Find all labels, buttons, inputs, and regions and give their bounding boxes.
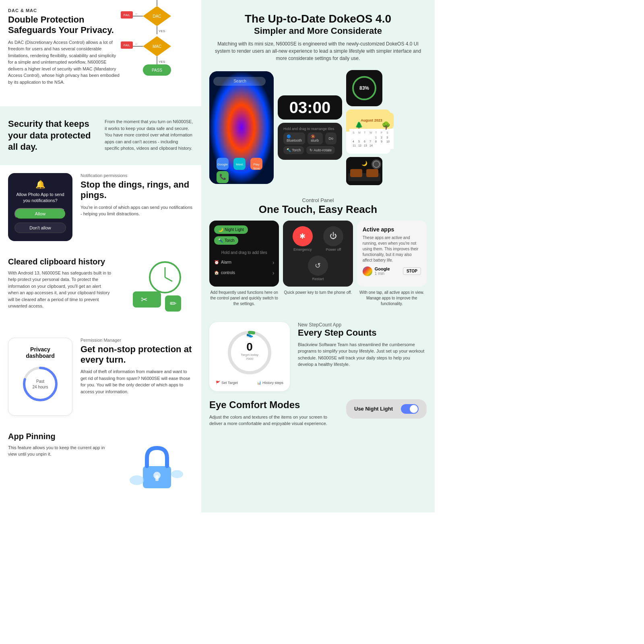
svg-text:8: 8	[375, 140, 377, 143]
stepcount-desc: Blackview Software Team has streamlined …	[298, 341, 427, 368]
cp-label: Control Panel	[209, 197, 427, 203]
flowchart: File Access DAC FAIL ← YES MA	[121, 0, 189, 106]
svg-text:T: T	[364, 131, 366, 134]
stop-button[interactable]: STOP	[403, 267, 421, 275]
clipboard-icon-area: ✂ ✏	[121, 257, 193, 322]
clipboard-section: Cleared clipboard history With Android 1…	[0, 249, 201, 330]
nightlight-switch[interactable]	[401, 404, 419, 414]
moon-icon: 🌙	[218, 227, 223, 232]
svg-text:👟: 👟	[246, 331, 254, 338]
security-desc: From the moment that you turn on N6000SE…	[105, 118, 193, 153]
controls-tile[interactable]: 🏠 controls ›	[214, 268, 274, 278]
cp-desc-2: Quick power key to turn the phone off.	[283, 290, 353, 307]
bluetooth-tile[interactable]: 🔵 Bluetooth	[283, 132, 305, 144]
svg-text:10: 10	[386, 140, 390, 143]
svg-text:YES: YES	[159, 60, 165, 64]
svg-text:←: ←	[135, 42, 138, 46]
svg-text:12: 12	[358, 144, 361, 147]
eyecomfort-section: Eye Comfort Modes Adjust the colors and …	[201, 395, 435, 435]
svg-text:Past: Past	[36, 379, 44, 384]
history-steps-btn[interactable]: 📊 History steps	[257, 381, 283, 385]
step-circle: 0 Target today 7000 👟	[225, 328, 274, 377]
emergency-label: Emergency	[293, 248, 312, 252]
app-name: Google	[375, 266, 390, 271]
privacy-big-title: Get non-stop protection at every turn.	[80, 344, 193, 365]
privacy-section: Privacy dashboard Past 24 hours Permissi…	[0, 330, 201, 424]
active-apps-desc: These apps are active and running, even …	[363, 235, 421, 263]
eyecomfort-desc: Adjust the colors and textures of the it…	[209, 414, 338, 427]
alarm-chevron: ›	[272, 259, 275, 266]
svg-text:S: S	[353, 131, 355, 134]
permission-manager-label: Permission Manager	[80, 338, 193, 343]
security-title: Security that keeps your data protected …	[8, 118, 97, 153]
clipboard-desc: With Android 13, N6000SE has safeguards …	[8, 270, 113, 310]
clipboard-title: Cleared clipboard history	[8, 257, 113, 266]
flag-icon: 🚩	[216, 381, 220, 385]
svg-text:FAIL: FAIL	[124, 13, 130, 17]
disturb-tile[interactable]: 🔕 sturb	[308, 132, 323, 144]
alarm-tile[interactable]: ⏰ Alarm ›	[214, 257, 274, 268]
dont-allow-button[interactable]: Don't allow	[14, 223, 66, 233]
torch-icon: 🔦	[218, 238, 223, 243]
svg-text:T: T	[375, 131, 377, 134]
hold-drag-label: Hold and drag to rearrange tiles	[283, 127, 336, 131]
set-target-btn[interactable]: 🚩 Set Target	[216, 381, 238, 385]
torch-tile-cp[interactable]: 🔦 Torch	[214, 236, 238, 245]
svg-text:←: ←	[135, 12, 138, 16]
apppin-title: App Pinning	[8, 432, 113, 441]
active-apps-title: Active apps	[363, 226, 421, 233]
calendar-widget: August 2023 S M T W T F S 1 2 3	[346, 109, 390, 154]
power-grid: ✱ Emergency ⏻ Power off	[289, 226, 347, 252]
restart-button[interactable]: ↺	[308, 256, 328, 276]
controls-chevron: ›	[272, 270, 275, 276]
notification-mockup: 🔔 Allow Photo App to send you notificati…	[8, 173, 72, 241]
notification-label: Notification permissions	[80, 173, 193, 178]
cp-grid: 🌙 Night Light 🔦 Torch Hold and drag to a…	[209, 221, 427, 287]
quick-settings-tiles: 🌙 Night Light 🔦 Torch	[214, 225, 274, 245]
svg-text:4: 4	[353, 140, 354, 143]
svg-text:3: 3	[386, 136, 388, 139]
svg-rect-72	[350, 169, 362, 177]
google-icon	[363, 266, 372, 276]
cp-title: One Touch, Easy Reach	[209, 203, 427, 216]
svg-text:M: M	[358, 131, 361, 134]
svg-text:2: 2	[381, 136, 382, 139]
autorotate-tile[interactable]: ↻ Auto-rotate	[306, 146, 335, 154]
emergency-btn-area: ✱ Emergency	[289, 226, 316, 252]
svg-text:0: 0	[246, 341, 253, 353]
page: File Access DAC FAIL ← YES MA	[0, 0, 435, 512]
allow-button[interactable]: Allow	[14, 208, 66, 219]
add-tiles-label: Hold and drag to add tiles	[214, 248, 274, 257]
apppin-desc: This feature allows you to keep the curr…	[8, 444, 113, 458]
svg-text:11: 11	[353, 144, 356, 147]
svg-text:MAC: MAC	[153, 44, 161, 49]
svg-text:PASS: PASS	[152, 68, 162, 72]
quick-tiles-widget: Hold and drag to rearrange tiles 🔵 Bluet…	[278, 123, 342, 160]
svg-text:5: 5	[358, 140, 360, 143]
clipboard-illustration: ✂ ✏	[125, 257, 189, 322]
lock-illustration	[129, 440, 185, 496]
svg-rect-28	[155, 475, 159, 481]
notification-text: Allow Photo App to send you notification…	[14, 192, 66, 204]
svg-text:Google: Google	[217, 163, 228, 166]
night-light-tile[interactable]: 🌙 Night Light	[214, 225, 248, 234]
svg-text:14: 14	[369, 144, 373, 147]
right-column: The Up-to-Date DokeOS 4.0 Simpler and Mo…	[201, 0, 435, 512]
do-tile[interactable]: Do	[325, 132, 336, 144]
svg-text:🌳: 🌳	[382, 121, 391, 130]
torch-tile[interactable]: 🔦 Torch	[283, 146, 304, 154]
emergency-button[interactable]: ✱	[293, 226, 313, 246]
svg-text:7000: 7000	[246, 357, 253, 361]
svg-line-17	[165, 277, 172, 281]
quick-settings-card: 🌙 Night Light 🔦 Torch Hold and drag to a…	[209, 221, 279, 287]
active-apps-card: Active apps These apps are active and ru…	[357, 221, 427, 287]
step-actions: 🚩 Set Target 📊 History steps	[216, 381, 283, 385]
svg-text:1: 1	[375, 136, 377, 139]
lock-icon-area	[121, 432, 193, 504]
cp-desc-3: With one tap, all active apps in view. M…	[357, 290, 427, 307]
power-off-button[interactable]: ⏻	[323, 226, 343, 246]
apppin-info: App Pinning This feature allows you to k…	[8, 432, 113, 458]
poweroff-btn-area: ⏻ Power off	[320, 226, 347, 252]
step-info: New StepCount App Every Step Counts Blac…	[298, 322, 427, 368]
svg-text:Meet: Meet	[236, 163, 244, 166]
